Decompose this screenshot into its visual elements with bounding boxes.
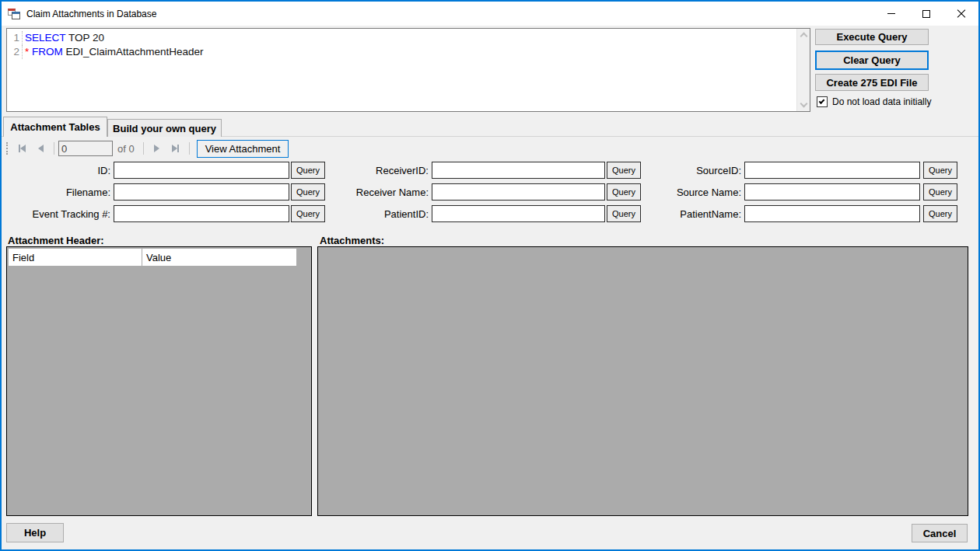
receiver-id-label: ReceiverID: [325, 165, 429, 176]
cancel-button[interactable]: Cancel [912, 524, 968, 542]
grid-header-row: Field Value [9, 249, 310, 266]
line-number: 1 [7, 31, 19, 45]
move-previous-button[interactable] [31, 141, 50, 156]
close-button[interactable] [943, 2, 978, 26]
event-tracking-query-button[interactable]: Query [291, 205, 325, 222]
id-input[interactable] [114, 162, 289, 179]
move-first-button[interactable] [12, 141, 31, 156]
source-name-query-button[interactable]: Query [923, 183, 957, 201]
filename-label: Filename: [6, 187, 110, 198]
receiver-name-input[interactable] [432, 183, 605, 201]
patient-id-label: PatientID: [325, 208, 429, 220]
receiver-id-input[interactable] [432, 162, 605, 179]
attachments-label: Attachments: [320, 235, 384, 246]
event-tracking-label: Event Tracking #: [6, 208, 110, 220]
sql-query-editor[interactable]: 1SELECT TOP 20 2* FROM EDI_ClaimAttachme… [6, 28, 810, 112]
field-source-name: Source Name: Query [628, 183, 957, 201]
app-icon [8, 9, 20, 19]
sql-query-text: 1SELECT TOP 20 2* FROM EDI_ClaimAttachme… [7, 29, 796, 111]
toolstrip-separator [54, 142, 54, 155]
field-patient-id: PatientID: Query [325, 205, 641, 222]
patient-name-label: PatientName: [628, 208, 741, 220]
attachments-panel[interactable] [317, 246, 968, 516]
do-not-load-checkbox-label: Do not load data initially [832, 96, 931, 107]
do-not-load-checkbox-row: Do not load data initially [817, 96, 931, 107]
do-not-load-checkbox[interactable] [817, 96, 828, 107]
record-navigator: of 0 View Attachment [3, 138, 977, 159]
source-id-input[interactable] [744, 162, 920, 179]
field-receiver-id: ReceiverID: Query [325, 162, 641, 179]
move-next-button[interactable] [148, 141, 166, 156]
claim-attachments-window: Claim Attachments in Database 1SELECT TO… [0, 0, 980, 551]
patient-name-query-button[interactable]: Query [923, 205, 957, 222]
tab-build-your-own-query[interactable]: Build your own query [107, 119, 222, 137]
window-title: Claim Attachments in Database [26, 9, 156, 19]
scroll-up-icon[interactable] [800, 33, 808, 40]
move-last-button[interactable] [166, 141, 185, 156]
patient-id-input[interactable] [432, 205, 605, 222]
source-name-input[interactable] [744, 183, 920, 201]
help-button[interactable]: Help [6, 523, 64, 542]
id-query-button[interactable]: Query [291, 162, 325, 179]
toolstrip-separator [143, 142, 144, 155]
receiver-name-label: Receiver Name: [325, 187, 429, 198]
toolstrip-separator [189, 142, 190, 155]
filename-input[interactable] [114, 183, 289, 201]
filename-query-button[interactable]: Query [291, 183, 325, 201]
grid-column-field[interactable]: Field [9, 249, 142, 266]
checkmark-icon [819, 98, 825, 104]
titlebar: Claim Attachments in Database [2, 2, 978, 26]
attachment-header-label: Attachment Header: [8, 235, 104, 246]
tab-strip: Attachment Tables Build your own query [2, 117, 978, 137]
toolstrip-grip[interactable] [6, 142, 8, 155]
editor-scrollbar[interactable] [796, 29, 810, 111]
source-name-label: Source Name: [628, 187, 741, 198]
source-id-label: SourceID: [628, 165, 741, 176]
patient-name-input[interactable] [744, 205, 920, 222]
record-count-label: of 0 [117, 143, 135, 155]
close-icon [957, 9, 966, 19]
attachment-header-grid[interactable]: Field Value [6, 246, 312, 516]
view-attachment-button[interactable]: View Attachment [197, 140, 289, 158]
record-position-input[interactable] [58, 141, 113, 156]
clear-query-button[interactable]: Clear Query [815, 51, 929, 70]
field-id: ID: Query [6, 162, 325, 179]
grid-column-value[interactable]: Value [142, 249, 296, 266]
minimize-button[interactable] [873, 2, 908, 26]
execute-query-button[interactable]: Execute Query [815, 29, 929, 45]
minimize-icon [887, 13, 895, 14]
line-number: 2 [7, 45, 19, 59]
field-receiver-name: Receiver Name: Query [325, 183, 641, 201]
field-filename: Filename: Query [6, 183, 325, 201]
create-275-edi-file-button[interactable]: Create 275 EDI File [815, 74, 929, 91]
tab-attachment-tables[interactable]: Attachment Tables [3, 117, 107, 137]
source-id-query-button[interactable]: Query [923, 162, 957, 179]
scroll-down-icon[interactable] [800, 100, 808, 108]
maximize-icon [922, 10, 930, 18]
maximize-button[interactable] [908, 2, 943, 26]
id-label: ID: [6, 165, 110, 176]
event-tracking-input[interactable] [114, 205, 289, 222]
field-patient-name: PatientName: Query [628, 205, 957, 222]
field-source-id: SourceID: Query [628, 162, 957, 179]
field-event-tracking: Event Tracking #: Query [6, 205, 325, 222]
